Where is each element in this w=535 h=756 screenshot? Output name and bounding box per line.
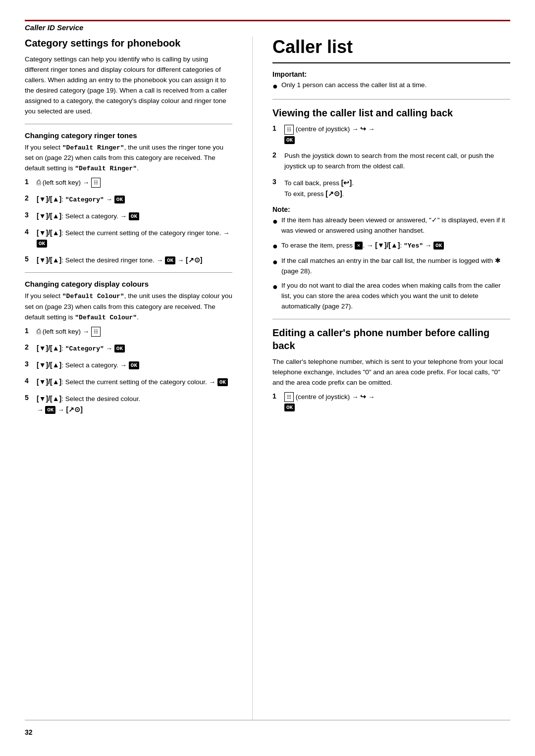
note-bullets: ● If the item has already been viewed or… (272, 215, 510, 312)
subsection2-intro: If you select "Default Colour", the unit… (25, 291, 232, 322)
sub2-step5: 5 [▼]/[▲]: Select the desired colour. → … (25, 394, 232, 415)
note-label: Note: (272, 205, 510, 213)
right-column: Caller list Important: ● Only 1 person c… (253, 37, 510, 720)
sub2-step4: 4 [▼]/[▲]: Select the current setting of… (25, 377, 232, 388)
top-rule (25, 20, 510, 21)
note-bullet-3: ● If the call matches an entry in the ba… (272, 256, 510, 277)
ok-badge: OK (45, 406, 55, 414)
subsection2-title: Changing category display colours (25, 280, 232, 288)
sub2-step3: 3 [▼]/[▲]: Select a category. → OK (25, 360, 232, 371)
important-label: Important: (272, 70, 510, 78)
divider-right-2 (272, 319, 510, 319)
note-bullet-2: ● To erase the item, press ✕. → [▼]/[▲]:… (272, 240, 510, 252)
sub1-step5: 5 [▼]/[▲]: Select the desired ringer ton… (25, 255, 232, 266)
sub2-step1: 1 ⎙ (left soft key) → ☷ (25, 327, 232, 337)
important-bullet-1: ● Only 1 person can access the caller li… (272, 80, 510, 92)
note-bullet-1: ● If the item has already been viewed or… (272, 215, 510, 236)
important-bullets: ● Only 1 person can access the caller li… (272, 80, 510, 92)
caller-list-title: Caller list (272, 37, 510, 63)
joystick-center-icon-2: ☷ (284, 392, 294, 402)
ok-badge: OK (129, 361, 139, 369)
page-number: 32 (25, 728, 33, 736)
sub1-step2: 2 [▼]/[▲]: "Category" → OK (25, 194, 232, 205)
ok-badge: OK (433, 242, 444, 250)
view-step2: 2 Push the joystick down to search from … (272, 151, 510, 172)
ok-badge: OK (284, 403, 295, 411)
note-bullet-4: ● If you do not want to dial the area co… (272, 281, 510, 312)
divider-right-1 (272, 99, 510, 100)
subsection1-intro: If you select "Default Ringer", the unit… (25, 143, 232, 174)
x-badge: ✕ (355, 242, 363, 250)
left-column: Category settings for phonebook Category… (25, 37, 253, 720)
editing-title: Editing a caller's phone number before c… (272, 326, 510, 352)
ok-badge: OK (114, 196, 125, 203)
view-step1: 1 ☷ (centre of joystick) → ↪ → OK (272, 124, 510, 145)
main-content: Category settings for phonebook Category… (25, 37, 510, 720)
ok-badge: OK (114, 345, 125, 353)
divider-1 (25, 124, 232, 124)
viewing-title: Viewing the caller list and calling back (272, 106, 510, 119)
sub1-step1: 1 ⎙ (left soft key) → ☷ (25, 178, 232, 188)
menu-grid-icon-2: ☷ (91, 327, 101, 337)
edit-step1: 1 ☷ (centre of joystick) → ↪ → OK (272, 392, 510, 413)
sub2-step2: 2 [▼]/[▲]: "Category" → OK (25, 343, 232, 354)
ok-badge: OK (284, 136, 295, 144)
view-step3: 3 To call back, press [↩]. To exit, pres… (272, 178, 510, 200)
ok-badge: OK (129, 212, 139, 220)
left-section1-title: Category settings for phonebook (25, 37, 232, 50)
editing-body: The caller's telephone number, which is … (272, 357, 510, 388)
subsection1-title: Changing category ringer tones (25, 131, 232, 140)
sub1-step3: 3 [▼]/[▲]: Select a category. → OK (25, 211, 232, 222)
joystick-center-icon: ☷ (284, 125, 294, 135)
menu-grid-icon: ☷ (91, 178, 101, 188)
page-header: Caller ID Service (25, 23, 510, 32)
ok-badge: OK (165, 256, 175, 264)
ok-badge: OK (37, 240, 47, 248)
divider-2 (25, 272, 232, 273)
sub1-step4: 4 [▼]/[▲]: Select the current setting of… (25, 228, 232, 249)
page: Caller ID Service Category settings for … (0, 0, 535, 756)
ok-badge: OK (217, 378, 228, 386)
left-section1-body: Category settings can help you identify … (25, 54, 232, 117)
page-footer: 32 (25, 720, 510, 736)
